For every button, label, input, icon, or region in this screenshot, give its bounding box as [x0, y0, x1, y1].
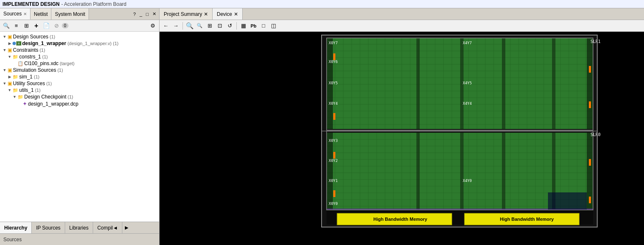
expand-design-checkpoint[interactable]: ▼ [12, 94, 18, 100]
orange-marker-2 [333, 113, 335, 120]
toolbar-sep-1 [183, 22, 183, 30]
design-sources-label: Design Sources [13, 34, 48, 40]
collapse-all-button[interactable]: ≡ [12, 21, 21, 30]
sim-sources-folder-icon: ▣ [8, 67, 12, 73]
coord-x4y0: X4Y0 [463, 179, 472, 183]
tree-item-cl100-pins[interactable]: 📋 Cl100_pins.xdc (target) [0, 60, 159, 67]
hbm-label-2: High Bandwidth Memory [500, 217, 554, 222]
coord-x0y5: X0Y5 [329, 81, 338, 85]
project-summary-close[interactable]: ✕ [204, 11, 208, 17]
constraints-label: Constraints [13, 47, 38, 53]
coord-x0y1: X0Y1 [329, 179, 338, 183]
bottom-tab-hierarchy[interactable]: Hierarchy [0, 222, 32, 233]
left-panel: Sources ✕ Netlist System Monit ? _ □ ✕ 🔍… [0, 8, 160, 245]
minimize-btn[interactable]: _ [138, 12, 143, 17]
tab-controls: ? _ □ ✕ [130, 11, 159, 17]
device-close[interactable]: ✕ [234, 11, 238, 17]
svg-rect-94 [327, 133, 333, 210]
cl100-expand [12, 61, 18, 66]
svg-rect-102 [502, 133, 505, 210]
expand-utils1[interactable]: ▼ [7, 87, 13, 93]
bottom-tab-ip-sources[interactable]: IP Sources [32, 222, 65, 233]
orange-marker-8 [589, 197, 591, 203]
design1-wrapper-label: design_1_wrapper [22, 40, 66, 46]
bottom-tab-compil[interactable]: Compil◄ [93, 222, 122, 233]
right-tab-bar: Project Summary ✕ Device ✕ [160, 8, 644, 20]
grid-button[interactable]: ▦ [239, 21, 248, 30]
design-checkpoint-count: (1) [68, 94, 73, 99]
tab-system-monit[interactable]: System Monit [51, 8, 89, 20]
add-sources-button[interactable]: + [32, 21, 41, 30]
tab-netlist-label: Netlist [34, 11, 48, 17]
coord-x4y4: X4Y4 [463, 101, 472, 106]
expand-constraints[interactable]: ▼ [2, 47, 8, 53]
search-button[interactable]: 🔍 [2, 21, 11, 30]
zoom-in-button[interactable]: 🔍 [185, 21, 194, 30]
tree-item-utils1[interactable]: ▼ 📁 utils_1 (1) [0, 87, 159, 93]
fit-selected-button[interactable]: ⊡ [215, 21, 224, 30]
svg-rect-93 [587, 38, 593, 129]
tab-sources-label: Sources [3, 11, 22, 17]
tree-item-constraints[interactable]: ▼ ▣ Constraints (1) [0, 47, 159, 53]
orange-marker-1 [333, 53, 335, 60]
constrs1-count: (1) [42, 54, 48, 59]
device-view[interactable]: SLR1 SLR0 X0Y7 X0Y6 X0Y5 X0Y4 X4Y7 X4Y5 … [160, 32, 644, 245]
tree-container[interactable]: ▼ ▣ Design Sources (1) ▶ ≡ design_1_wrap… [0, 32, 159, 222]
report-button[interactable]: 📄 [42, 21, 51, 30]
help-btn[interactable]: ? [132, 12, 137, 17]
orange-marker-4 [589, 101, 591, 108]
svg-rect-96 [416, 38, 420, 129]
sources-bottom-label: Sources [3, 237, 22, 242]
expand-design-sources[interactable]: ▼ [2, 34, 8, 40]
svg-rect-100 [416, 133, 420, 210]
expand-utility-sources[interactable]: ▼ [2, 81, 8, 86]
expand-sim1[interactable]: ▶ [7, 74, 13, 80]
filter-button[interactable]: ⊘ [52, 21, 61, 30]
tree-item-utility-sources[interactable]: ▼ ▣ Utility Sources (1) [0, 80, 159, 87]
maximize-btn[interactable]: □ [145, 12, 150, 17]
filter-badge: 0 [62, 23, 68, 28]
tab-device[interactable]: Device ✕ [213, 8, 243, 20]
constraints-folder-icon: ▣ [8, 47, 12, 53]
dcp-label: design_1_wrapper.dcp [28, 101, 79, 107]
title-bold: IMPLEMENTED DESIGN [3, 1, 60, 7]
constrs1-label: constrs_1 [19, 54, 41, 60]
svg-rect-106 [548, 192, 587, 210]
settings-button[interactable]: ⚙ [148, 21, 157, 30]
tree-item-design-sources[interactable]: ▼ ▣ Design Sources (1) [0, 33, 159, 40]
expand-design1-wrapper[interactable]: ▶ [7, 40, 13, 46]
device-label: Device [217, 11, 232, 17]
svg-rect-98 [502, 38, 505, 129]
partition-button[interactable]: ◫ [269, 21, 278, 30]
nav-back-button[interactable]: ← [161, 21, 170, 30]
pb-button[interactable]: Pb [249, 21, 258, 30]
tab-sources[interactable]: Sources ✕ [0, 8, 30, 20]
highlight-button[interactable]: □ [259, 21, 268, 30]
tree-item-sim1[interactable]: ▶ 📁 sim_1 (1) [0, 73, 159, 80]
expand-all-button[interactable]: ⊞ [22, 21, 31, 30]
tab-netlist[interactable]: Netlist [30, 8, 51, 20]
tab-sources-close[interactable]: ✕ [23, 12, 27, 16]
bottom-tab-libraries[interactable]: Libraries [65, 222, 93, 233]
tree-item-design-checkpoint[interactable]: ▼ 📁 Design Checkpoint (1) [0, 93, 159, 100]
tree-item-constrs1[interactable]: ▼ 📁 constrs_1 (1) [0, 53, 159, 60]
bottom-tab-more[interactable]: ▶ [122, 223, 131, 232]
slr1-text: SLR1 [591, 39, 601, 44]
tree-item-dcp[interactable]: ✦ design_1_wrapper.dcp [0, 100, 159, 107]
tree-item-sim-sources[interactable]: ▼ ▣ Simulation Sources (1) [0, 67, 159, 73]
tab-project-summary[interactable]: Project Summary ✕ [160, 8, 213, 20]
svg-rect-99 [552, 38, 555, 129]
zoom-out-button[interactable]: 🔍 [195, 21, 204, 30]
close-panel-btn[interactable]: ✕ [151, 11, 157, 17]
fit-window-button[interactable]: ⊞ [205, 21, 214, 30]
orange-marker-5 [333, 152, 335, 159]
refresh-button[interactable]: ↺ [225, 21, 234, 30]
coord-x0y4: X0Y4 [329, 101, 338, 106]
bottom-tabs: Hierarchy IP Sources Libraries Compil◄ ▶ [0, 222, 159, 233]
slr0-text: SLR0 [591, 132, 601, 137]
tree-item-design1-wrapper[interactable]: ▶ ≡ design_1_wrapper (design_1_wrapper.v… [0, 40, 159, 47]
svg-rect-101 [460, 133, 464, 210]
expand-sim-sources[interactable]: ▼ [2, 67, 8, 73]
nav-forward-button[interactable]: → [171, 21, 180, 30]
expand-constrs1[interactable]: ▼ [7, 54, 13, 60]
